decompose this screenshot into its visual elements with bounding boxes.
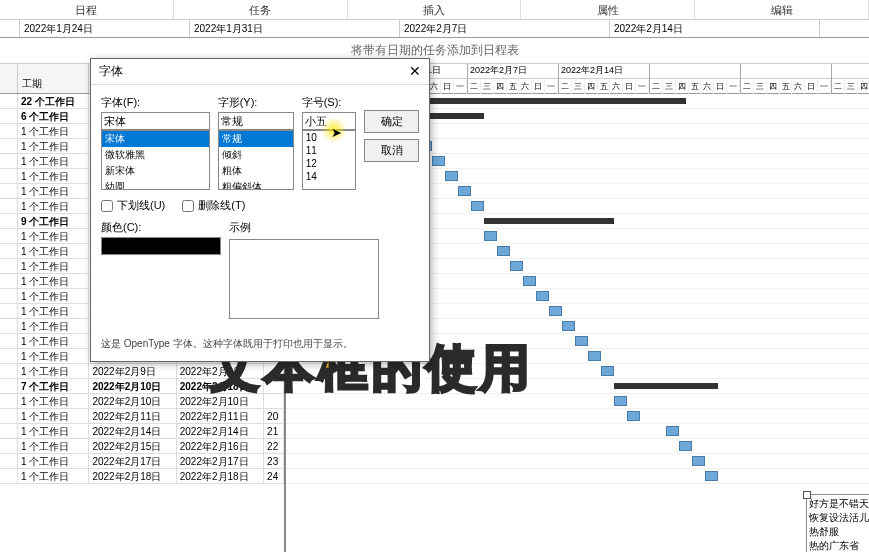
tab-task[interactable]: 任务 <box>174 0 348 19</box>
task-row[interactable]: 1 个工作日2022年2月18日2022年2月18日24 <box>0 469 284 484</box>
task-bar[interactable] <box>614 396 627 406</box>
color-picker[interactable] <box>101 237 221 255</box>
style-input[interactable] <box>218 112 294 130</box>
duration-col-header[interactable]: 工期 <box>18 64 89 93</box>
textbox-line: 恢复设法活儿风rh <box>809 511 869 525</box>
size-list[interactable]: 10 11 12 14 <box>302 130 356 190</box>
task-row[interactable]: 1 个工作日2022年2月14日2022年2月14日21 <box>0 424 284 439</box>
textbox-line: 好方是不错天广东省粉红色的风格 <box>809 497 869 511</box>
style-option[interactable]: 倾斜 <box>219 147 293 163</box>
underline-checkbox[interactable]: 下划线(U) <box>101 198 165 213</box>
size-option[interactable]: 12 <box>303 157 355 170</box>
task-bar[interactable] <box>705 471 718 481</box>
task-bar[interactable] <box>575 336 588 346</box>
font-option[interactable]: 幼圆 <box>102 179 209 190</box>
style-option[interactable]: 常规 <box>219 131 293 147</box>
close-icon[interactable]: ✕ <box>409 63 421 80</box>
summary-bar[interactable] <box>614 383 718 389</box>
task-row[interactable]: 1 个工作日2022年2月10日2022年2月10日 <box>0 394 284 409</box>
size-input[interactable] <box>302 112 356 130</box>
task-bar[interactable] <box>601 366 614 376</box>
font-list[interactable]: 宋体 微软雅黑 新宋体 幼圆 <box>101 130 210 190</box>
summary-bar[interactable] <box>406 98 686 104</box>
style-label: 字形(Y): <box>218 95 294 110</box>
task-bar[interactable] <box>458 186 471 196</box>
font-option[interactable]: 宋体 <box>102 131 209 147</box>
style-option[interactable]: 粗体 <box>219 163 293 179</box>
dialog-title: 字体 <box>99 63 123 80</box>
task-bar[interactable] <box>523 276 536 286</box>
tab-insert[interactable]: 插入 <box>348 0 522 19</box>
task-bar[interactable] <box>510 261 523 271</box>
task-row[interactable]: 1 个工作日2022年2月15日2022年2月16日22 <box>0 439 284 454</box>
size-option[interactable]: 10 <box>303 131 355 144</box>
strike-checkbox[interactable]: 删除线(T) <box>182 198 245 213</box>
task-bar[interactable] <box>627 411 640 421</box>
font-label: 字体(F): <box>101 95 210 110</box>
task-bar[interactable] <box>588 351 601 361</box>
task-bar[interactable] <box>471 201 484 211</box>
textbox-line: 热舒服 <box>809 525 869 539</box>
font-dialog: 字体 ✕ 字体(F): 宋体 微软雅黑 新宋体 幼圆 字形(Y): 常规 倾斜 <box>90 58 430 362</box>
task-bar[interactable] <box>445 171 458 181</box>
timeline-header: 2022年1月24日 2022年1月31日 2022年2月7日 2022年2月1… <box>0 20 869 38</box>
task-bar[interactable] <box>549 306 562 316</box>
timeline-date: 2022年2月14日 <box>610 20 820 37</box>
timeline-date: 2022年2月7日 <box>400 20 610 37</box>
color-label: 颜色(C): <box>101 220 221 235</box>
size-option[interactable]: 11 <box>303 144 355 157</box>
size-option[interactable]: 14 <box>303 170 355 183</box>
task-row[interactable]: 1 个工作日2022年2月9日2022年2月9日 <box>0 364 284 379</box>
tab-schedule[interactable]: 日程 <box>0 0 174 19</box>
ok-button[interactable]: 确定 <box>364 110 419 133</box>
timeline-date: 2022年1月24日 <box>20 20 190 37</box>
indicator-col <box>0 64 18 93</box>
timeline-date: 2022年1月31日 <box>190 20 400 37</box>
style-list[interactable]: 常规 倾斜 粗体 粗偏斜体 <box>218 130 294 190</box>
task-bar[interactable] <box>536 291 549 301</box>
task-bar[interactable] <box>666 426 679 436</box>
task-bar[interactable] <box>679 441 692 451</box>
task-row[interactable]: 1 个工作日2022年2月11日2022年2月11日20 <box>0 409 284 424</box>
ribbon-tabs: 日程 任务 插入 属性 编辑 <box>0 0 869 20</box>
gantt-textbox[interactable]: 好方是不错天广东省粉红色的风格 恢复设法活儿风rh 热舒服 热的广东省 <box>806 494 869 552</box>
textbox-line: 热的广东省 <box>809 539 869 552</box>
tab-edit[interactable]: 编辑 <box>695 0 869 19</box>
task-bar[interactable] <box>432 156 445 166</box>
tab-properties[interactable]: 属性 <box>521 0 695 19</box>
font-option[interactable]: 新宋体 <box>102 163 209 179</box>
task-bar[interactable] <box>497 246 510 256</box>
task-bar[interactable] <box>562 321 575 331</box>
task-bar[interactable] <box>484 231 497 241</box>
opentype-note: 这是 OpenType 字体。这种字体既用于打印也用于显示。 <box>101 337 419 351</box>
font-preview <box>229 239 379 319</box>
font-input[interactable] <box>101 112 210 130</box>
task-row[interactable]: 7 个工作日2022年2月10日2022年2月18日 <box>0 379 284 394</box>
task-row[interactable]: 1 个工作日2022年2月17日2022年2月17日23 <box>0 454 284 469</box>
style-option[interactable]: 粗偏斜体 <box>219 179 293 190</box>
preview-label: 示例 <box>229 220 379 235</box>
cancel-button[interactable]: 取消 <box>364 139 419 162</box>
size-label: 字号(S): <box>302 95 356 110</box>
task-bar[interactable] <box>692 456 705 466</box>
summary-bar[interactable] <box>484 218 614 224</box>
font-option[interactable]: 微软雅黑 <box>102 147 209 163</box>
